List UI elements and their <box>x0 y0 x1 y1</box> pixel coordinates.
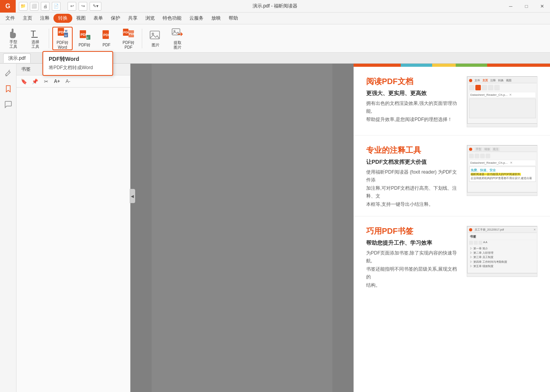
mini-highlighted-text: 福昕阅读器一款功能强大的PDF阅读软件, <box>471 173 521 176</box>
bm-font-down-btn[interactable]: A- <box>64 77 72 86</box>
mini-logo-3 <box>469 228 472 231</box>
panel-collapse-arrow[interactable]: ◀ <box>130 189 135 203</box>
sidebar-edit-icon[interactable] <box>2 67 15 79</box>
mini-bm-list: ▷ 第一章 简介 ▷ 第二章 入职管理 ▷ 第三章 员工制度 ▷ 第四章 工作时… <box>468 245 537 269</box>
menu-features[interactable]: 特色功能 <box>159 13 185 23</box>
mini-tab-bar-1: Datasheet_Reader_Ch.p... ✕ <box>469 92 536 98</box>
image-export-label: 图片 <box>152 43 160 48</box>
svg-text:W: W <box>65 29 68 32</box>
mini-tab-2a: 手型 <box>475 147 482 151</box>
section-annotate-text: 专业的注释工具 让PDF文档发挥更大价值 使用福昕PDF阅读器 (foxit r… <box>366 145 459 208</box>
menu-home[interactable]: 主页 <box>19 13 36 23</box>
bm-add-btn[interactable]: 🔖 <box>20 77 28 86</box>
mini-bm-item-1: ▷ 第一章 简介 <box>470 246 535 251</box>
mini-bm-btn-2 <box>474 241 478 245</box>
print-btn[interactable]: 🖨 <box>41 2 50 11</box>
pdf-export-btn[interactable]: PDF PDF <box>96 27 117 50</box>
bookmarks-toolbar: 🔖 📌 ✂ A+ A- <box>16 75 130 88</box>
pdf-to-pdf-label: PDF转PDF <box>123 40 134 50</box>
sidebar <box>0 64 16 392</box>
pdf-to-word-btn[interactable]: PDF W W PDF转Word <box>52 27 73 50</box>
quick-access-btn[interactable]: ✎▾ <box>90 2 101 11</box>
section-annotate-subtitle: 让PDF文档发挥更大价值 <box>366 159 459 166</box>
bm-cut-btn[interactable]: ✂ <box>42 77 50 86</box>
pdf-to-label: PDF转 <box>79 43 90 48</box>
hand-tool-btn[interactable]: 手型工具 <box>3 27 24 50</box>
mini-tool-2 <box>475 85 481 90</box>
mini-close-1: ✕ <box>509 93 512 97</box>
sidebar-bookmark-icon[interactable] <box>2 82 15 95</box>
mini-tool-2b <box>475 154 479 158</box>
deco-seg-3 <box>432 64 456 67</box>
mini-tab-2c: 批注 <box>492 147 500 151</box>
app-logo[interactable]: G <box>0 0 16 13</box>
pdf-to-icon: PDF E <box>78 29 91 42</box>
mini-tab-label-2: Datasheet_Reader_Ch.p... <box>470 161 508 165</box>
section-annotate-body: 使用福昕PDF阅读器 (foxit reader) 为PDF文件添加注释,可对P… <box>366 168 459 208</box>
new-doc-btn[interactable]: 📄 <box>52 2 60 11</box>
menu-browse[interactable]: 浏览 <box>141 13 159 23</box>
right-panel: 阅读PDF文档 更强大、更实用、更高效 拥有出色的文档渲染效果,强大的页面管理功… <box>354 64 550 392</box>
menu-help[interactable]: 帮助 <box>225 13 242 23</box>
menu-protect[interactable]: 保护 <box>107 13 124 23</box>
mini-tool-2a <box>469 154 474 158</box>
close-btn[interactable]: ✕ <box>534 0 550 13</box>
redo-btn[interactable]: ↪ <box>79 2 87 11</box>
extract-image-btn[interactable]: 提取图片 <box>167 27 188 50</box>
select-tool-btn[interactable]: T 选择工具 <box>25 27 46 50</box>
mini-tools-2 <box>468 153 537 159</box>
extract-image-label: 提取图片 <box>174 40 182 50</box>
mini-tool-3 <box>482 85 487 90</box>
mini-tab-bar-2: Datasheet_Reader_Ch.p... ✕ <box>469 160 536 166</box>
section-bookmark: 巧用PDF书签 帮助您提升工作、学习效率 为PDF页面添加书签,除了实现内容的快… <box>354 216 550 297</box>
menu-cloud[interactable]: 云服务 <box>185 13 207 23</box>
menu-form[interactable]: 表单 <box>90 13 107 23</box>
mini-bm-header-label: 书签 <box>468 234 537 240</box>
minimize-btn[interactable]: ─ <box>503 0 519 13</box>
section-annotate: 专业的注释工具 让PDF文档发挥更大价值 使用福昕PDF阅读器 (foxit r… <box>354 136 550 216</box>
mini-logo-1 <box>469 79 472 82</box>
bm-font-up-btn[interactable]: A+ <box>53 77 61 86</box>
new-window-btn[interactable]: ⬜ <box>30 2 38 11</box>
svg-point-18 <box>152 33 154 35</box>
deco-seg-2 <box>401 64 432 67</box>
section-read-pdf: 阅读PDF文档 更强大、更实用、更高效 拥有出色的文档渲染效果,强大的页面管理功… <box>354 67 550 136</box>
pdf-to-btn[interactable]: PDF E PDF转 <box>74 27 95 50</box>
mini-tab-2b: 缩放 <box>483 147 491 151</box>
menu-present[interactable]: 放映 <box>207 13 225 23</box>
deco-seg-4 <box>456 64 487 67</box>
deco-seg-5 <box>487 64 550 67</box>
maximize-btn[interactable]: □ <box>519 0 534 13</box>
section-bookmark-subtitle: 帮助您提升工作、学习效率 <box>366 240 459 247</box>
svg-text:PDF: PDF <box>103 33 111 37</box>
bm-bookmark-btn[interactable]: 📌 <box>31 77 39 86</box>
section-read-text: 阅读PDF文档 更强大、更实用、更高效 拥有出色的文档渲染效果,强大的页面管理功… <box>366 76 459 127</box>
image-export-btn[interactable]: 图片 <box>145 27 166 50</box>
mini-tool-1 <box>469 85 475 90</box>
pdf-to-pdf-icon: PDF PDF <box>122 27 135 40</box>
menu-convert[interactable]: 转换 <box>53 14 72 23</box>
pdf-to-pdf-btn[interactable]: PDF PDF PDF转PDF <box>118 27 139 50</box>
menu-share[interactable]: 共享 <box>124 13 141 23</box>
undo-btn[interactable]: ↩ <box>68 2 76 11</box>
pdf-export-label: PDF <box>103 43 110 48</box>
section-bookmark-body: 为PDF页面添加书签,除了实现内容的快速导航,书签还能指明不同书签的层级关系,展… <box>366 249 459 289</box>
sidebar-comment-icon[interactable] <box>2 98 15 111</box>
section-annotate-img: 手型 缩放 批注 Datasheet_Reader_C <box>467 145 537 196</box>
mini-close-2: ✕ <box>510 161 513 165</box>
menu-annotate[interactable]: 注释 <box>36 13 53 23</box>
main-layout: 书签 🔖 📌 ✂ A+ A- ◀ <box>0 64 550 392</box>
menu-file[interactable]: 文件 <box>2 13 19 23</box>
svg-line-23 <box>9 70 10 71</box>
tab-demo[interactable]: 演示.pdf <box>3 53 31 63</box>
section-annotate-title: 专业的注释工具 <box>366 145 459 156</box>
mini-logo-2 <box>469 148 472 151</box>
title-bar: G 📁 ⬜ 🖨 📄 ↩ ↪ ✎▾ 演示.pdf - 福昕阅读器 ─ □ ✕ <box>0 0 550 13</box>
menu-view[interactable]: 视图 <box>72 13 90 23</box>
section-bookmark-text: 巧用PDF书签 帮助您提升工作、学习效率 为PDF页面添加书签,除了实现内容的快… <box>366 226 459 289</box>
sep2 <box>142 29 142 48</box>
open-folder-btn[interactable]: 📁 <box>19 2 28 11</box>
mini-bm-btn-1 <box>469 241 473 245</box>
mini-bm-item-2: ▷ 第二章 入职管理 <box>470 251 535 255</box>
tooltip-title: PDF转Word <box>49 56 107 63</box>
